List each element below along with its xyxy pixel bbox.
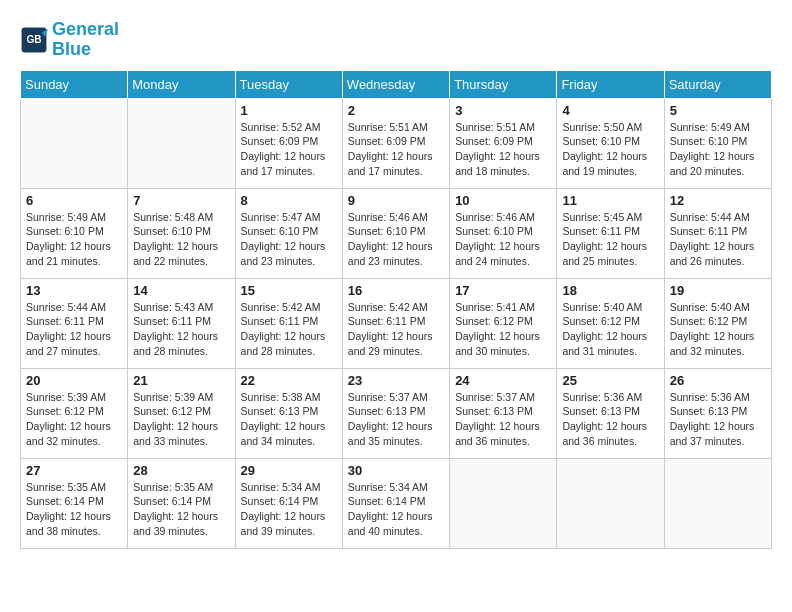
- calendar-week-row: 20 Sunrise: 5:39 AM Sunset: 6:12 PM Dayl…: [21, 368, 772, 458]
- day-number: 17: [455, 283, 551, 298]
- day-detail: Sunrise: 5:51 AM Sunset: 6:09 PM Dayligh…: [455, 120, 551, 179]
- sunset-text: Sunset: 6:12 PM: [562, 315, 640, 327]
- day-number: 6: [26, 193, 122, 208]
- day-number: 12: [670, 193, 766, 208]
- day-number: 8: [241, 193, 337, 208]
- daylight-text: Daylight: 12 hours and 17 minutes.: [241, 150, 326, 177]
- daylight-text: Daylight: 12 hours and 36 minutes.: [562, 420, 647, 447]
- day-number: 10: [455, 193, 551, 208]
- sunrise-text: Sunrise: 5:39 AM: [133, 391, 213, 403]
- calendar-week-row: 6 Sunrise: 5:49 AM Sunset: 6:10 PM Dayli…: [21, 188, 772, 278]
- calendar-cell: 18 Sunrise: 5:40 AM Sunset: 6:12 PM Dayl…: [557, 278, 664, 368]
- sunset-text: Sunset: 6:14 PM: [26, 495, 104, 507]
- daylight-text: Daylight: 12 hours and 25 minutes.: [562, 240, 647, 267]
- calendar-cell: 1 Sunrise: 5:52 AM Sunset: 6:09 PM Dayli…: [235, 98, 342, 188]
- daylight-text: Daylight: 12 hours and 22 minutes.: [133, 240, 218, 267]
- day-number: 27: [26, 463, 122, 478]
- sunset-text: Sunset: 6:13 PM: [670, 405, 748, 417]
- calendar-cell: 5 Sunrise: 5:49 AM Sunset: 6:10 PM Dayli…: [664, 98, 771, 188]
- daylight-text: Daylight: 12 hours and 39 minutes.: [241, 510, 326, 537]
- sunset-text: Sunset: 6:13 PM: [562, 405, 640, 417]
- sunset-text: Sunset: 6:09 PM: [348, 135, 426, 147]
- sunrise-text: Sunrise: 5:41 AM: [455, 301, 535, 313]
- calendar-week-row: 27 Sunrise: 5:35 AM Sunset: 6:14 PM Dayl…: [21, 458, 772, 548]
- day-number: 22: [241, 373, 337, 388]
- day-detail: Sunrise: 5:48 AM Sunset: 6:10 PM Dayligh…: [133, 210, 229, 269]
- sunrise-text: Sunrise: 5:51 AM: [348, 121, 428, 133]
- sunset-text: Sunset: 6:13 PM: [241, 405, 319, 417]
- day-number: 29: [241, 463, 337, 478]
- calendar-cell: 16 Sunrise: 5:42 AM Sunset: 6:11 PM Dayl…: [342, 278, 449, 368]
- daylight-text: Daylight: 12 hours and 35 minutes.: [348, 420, 433, 447]
- calendar-cell: [557, 458, 664, 548]
- sunrise-text: Sunrise: 5:46 AM: [455, 211, 535, 223]
- day-detail: Sunrise: 5:43 AM Sunset: 6:11 PM Dayligh…: [133, 300, 229, 359]
- daylight-text: Daylight: 12 hours and 32 minutes.: [670, 330, 755, 357]
- sunrise-text: Sunrise: 5:35 AM: [26, 481, 106, 493]
- sunrise-text: Sunrise: 5:37 AM: [348, 391, 428, 403]
- day-detail: Sunrise: 5:44 AM Sunset: 6:11 PM Dayligh…: [670, 210, 766, 269]
- logo: GB GeneralBlue: [20, 20, 119, 60]
- day-detail: Sunrise: 5:36 AM Sunset: 6:13 PM Dayligh…: [670, 390, 766, 449]
- sunrise-text: Sunrise: 5:40 AM: [562, 301, 642, 313]
- calendar-cell: 8 Sunrise: 5:47 AM Sunset: 6:10 PM Dayli…: [235, 188, 342, 278]
- calendar-cell: 20 Sunrise: 5:39 AM Sunset: 6:12 PM Dayl…: [21, 368, 128, 458]
- weekday-header-sunday: Sunday: [21, 70, 128, 98]
- day-detail: Sunrise: 5:42 AM Sunset: 6:11 PM Dayligh…: [241, 300, 337, 359]
- sunrise-text: Sunrise: 5:51 AM: [455, 121, 535, 133]
- day-detail: Sunrise: 5:49 AM Sunset: 6:10 PM Dayligh…: [26, 210, 122, 269]
- day-detail: Sunrise: 5:41 AM Sunset: 6:12 PM Dayligh…: [455, 300, 551, 359]
- sunset-text: Sunset: 6:11 PM: [670, 225, 748, 237]
- sunset-text: Sunset: 6:14 PM: [348, 495, 426, 507]
- sunset-text: Sunset: 6:12 PM: [455, 315, 533, 327]
- sunset-text: Sunset: 6:12 PM: [133, 405, 211, 417]
- calendar-cell: [664, 458, 771, 548]
- weekday-header-wednesday: Wednesday: [342, 70, 449, 98]
- sunrise-text: Sunrise: 5:39 AM: [26, 391, 106, 403]
- sunrise-text: Sunrise: 5:35 AM: [133, 481, 213, 493]
- calendar-cell: 15 Sunrise: 5:42 AM Sunset: 6:11 PM Dayl…: [235, 278, 342, 368]
- sunrise-text: Sunrise: 5:43 AM: [133, 301, 213, 313]
- sunset-text: Sunset: 6:09 PM: [455, 135, 533, 147]
- day-detail: Sunrise: 5:40 AM Sunset: 6:12 PM Dayligh…: [670, 300, 766, 359]
- sunrise-text: Sunrise: 5:36 AM: [670, 391, 750, 403]
- sunrise-text: Sunrise: 5:40 AM: [670, 301, 750, 313]
- sunset-text: Sunset: 6:11 PM: [241, 315, 319, 327]
- daylight-text: Daylight: 12 hours and 19 minutes.: [562, 150, 647, 177]
- day-detail: Sunrise: 5:35 AM Sunset: 6:14 PM Dayligh…: [26, 480, 122, 539]
- calendar-cell: 26 Sunrise: 5:36 AM Sunset: 6:13 PM Dayl…: [664, 368, 771, 458]
- day-number: 23: [348, 373, 444, 388]
- weekday-header-saturday: Saturday: [664, 70, 771, 98]
- day-number: 3: [455, 103, 551, 118]
- calendar-cell: 30 Sunrise: 5:34 AM Sunset: 6:14 PM Dayl…: [342, 458, 449, 548]
- calendar-cell: [450, 458, 557, 548]
- calendar-cell: 6 Sunrise: 5:49 AM Sunset: 6:10 PM Dayli…: [21, 188, 128, 278]
- calendar-week-row: 13 Sunrise: 5:44 AM Sunset: 6:11 PM Dayl…: [21, 278, 772, 368]
- sunset-text: Sunset: 6:11 PM: [26, 315, 104, 327]
- calendar-cell: 2 Sunrise: 5:51 AM Sunset: 6:09 PM Dayli…: [342, 98, 449, 188]
- daylight-text: Daylight: 12 hours and 31 minutes.: [562, 330, 647, 357]
- daylight-text: Daylight: 12 hours and 30 minutes.: [455, 330, 540, 357]
- day-detail: Sunrise: 5:36 AM Sunset: 6:13 PM Dayligh…: [562, 390, 658, 449]
- daylight-text: Daylight: 12 hours and 29 minutes.: [348, 330, 433, 357]
- sunset-text: Sunset: 6:13 PM: [455, 405, 533, 417]
- day-detail: Sunrise: 5:44 AM Sunset: 6:11 PM Dayligh…: [26, 300, 122, 359]
- day-detail: Sunrise: 5:40 AM Sunset: 6:12 PM Dayligh…: [562, 300, 658, 359]
- day-number: 7: [133, 193, 229, 208]
- day-number: 14: [133, 283, 229, 298]
- weekday-header-monday: Monday: [128, 70, 235, 98]
- calendar-cell: 22 Sunrise: 5:38 AM Sunset: 6:13 PM Dayl…: [235, 368, 342, 458]
- sunrise-text: Sunrise: 5:49 AM: [670, 121, 750, 133]
- sunrise-text: Sunrise: 5:48 AM: [133, 211, 213, 223]
- day-detail: Sunrise: 5:37 AM Sunset: 6:13 PM Dayligh…: [455, 390, 551, 449]
- sunset-text: Sunset: 6:11 PM: [133, 315, 211, 327]
- day-number: 24: [455, 373, 551, 388]
- daylight-text: Daylight: 12 hours and 23 minutes.: [241, 240, 326, 267]
- daylight-text: Daylight: 12 hours and 23 minutes.: [348, 240, 433, 267]
- day-number: 11: [562, 193, 658, 208]
- day-number: 2: [348, 103, 444, 118]
- sunset-text: Sunset: 6:10 PM: [26, 225, 104, 237]
- calendar-cell: 11 Sunrise: 5:45 AM Sunset: 6:11 PM Dayl…: [557, 188, 664, 278]
- calendar-cell: 7 Sunrise: 5:48 AM Sunset: 6:10 PM Dayli…: [128, 188, 235, 278]
- day-number: 21: [133, 373, 229, 388]
